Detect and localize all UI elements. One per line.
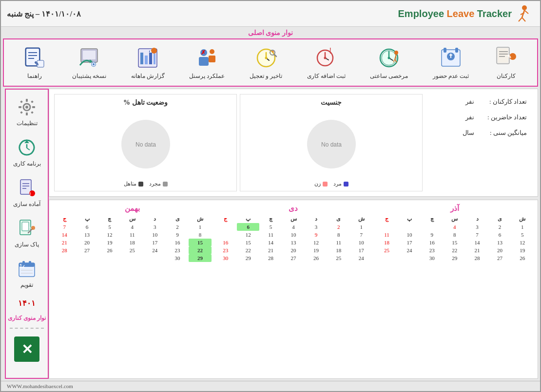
bahman-grid: ش ی د س چ پ ج 1 2 3 4 5 6 7	[53, 215, 212, 262]
performance-button[interactable]: ✗ عملکرد پرسنل	[185, 43, 229, 82]
svg-rect-43	[199, 57, 209, 66]
bahman-cell: 30	[166, 254, 189, 262]
azar-cell: 25	[375, 246, 398, 254]
azar-cell: 13	[488, 239, 511, 246]
bahman-cell	[144, 254, 166, 262]
dey-cell: 15	[237, 239, 259, 246]
marital-chart-panel: وضعیت تاهل % No data مجرد	[54, 94, 237, 191]
azar-cell: 27	[488, 254, 511, 262]
dey-cell: 10	[282, 231, 305, 239]
extra-work-label: ثبت اضافه کاری	[307, 73, 346, 80]
legend-single-dot	[163, 182, 168, 187]
dey-cell: 3	[305, 223, 327, 231]
svg-text:!: !	[329, 47, 331, 55]
calendar-row: آذر ش ی د س چ پ ج 1 2 3 4	[49, 200, 538, 379]
svg-text:✗: ✗	[201, 49, 206, 56]
dey-cell: 16	[214, 239, 237, 246]
svg-text:✎: ✎	[507, 54, 511, 59]
gender-chart-title: جنسیت	[321, 98, 342, 107]
dey-cell: 18	[328, 246, 350, 254]
present-count-row: تعداد حاضرین : نفر	[431, 113, 527, 121]
main-content: تعداد کارکنان : نفر تعداد حاضرین : نفر م…	[49, 89, 538, 379]
footer: WWW.mohandesibaexcel.com	[1, 381, 540, 391]
bahman-cell: 20	[76, 239, 98, 246]
svg-point-38	[265, 57, 267, 59]
schedule-label: برنامه کاری	[13, 160, 41, 168]
bahman-title: بهمن	[53, 204, 212, 213]
azar-cell: 14	[466, 239, 488, 246]
dey-cell: 9	[305, 231, 327, 239]
help-button[interactable]: ✎ راهنما	[18, 43, 51, 82]
azar-cell: 30	[421, 254, 443, 262]
main-window: Employee Leave Tracker ۱۴۰۱/۱۰/۰۸ – پنج …	[0, 0, 541, 392]
gender-chart-area: No data	[244, 111, 418, 178]
bahman-cell: 28	[53, 246, 76, 254]
hourly-button[interactable]: مرخصی ساعتی	[366, 43, 412, 82]
dey-cell: 17	[350, 246, 372, 254]
bahman-h5: چ	[98, 215, 121, 223]
backup-button[interactable]: نسخه پشتیبان	[68, 43, 110, 82]
schedule-icon	[16, 137, 38, 158]
legend-female-dot	[323, 182, 328, 187]
legend-married-dot	[138, 182, 143, 187]
azar-cell	[375, 254, 398, 262]
monthly-report-button[interactable]: ▲ گزارش ماهانه	[127, 43, 169, 82]
svg-text:✎: ✎	[34, 60, 39, 67]
extra-work-button[interactable]: ! ثبت اضافه کاری	[303, 43, 349, 82]
azar-cell: 3	[466, 223, 488, 231]
employee-count-label: تعداد کارکنان :	[478, 98, 527, 106]
avg-age-label: میانگین سنی :	[478, 129, 527, 137]
excel-button[interactable]: ✕	[14, 336, 39, 362]
bahman-cell: 19	[98, 239, 121, 246]
calendar-button[interactable]: 12 تقویم	[7, 255, 46, 292]
svg-rect-49	[145, 56, 148, 64]
svg-rect-55	[83, 51, 96, 59]
marital-chart-title: وضعیت تاهل %	[123, 98, 168, 107]
dey-cell: 13	[282, 239, 305, 246]
clean-button[interactable]: ✎ پاک سازی	[7, 215, 46, 251]
stats-charts-row: تعداد کارکنان : نفر تعداد حاضرین : نفر م…	[49, 89, 538, 197]
marital-chart-area: No data	[58, 111, 232, 178]
settings-button[interactable]: تنظیمات	[7, 93, 46, 130]
prepare-button[interactable]: ! آماده سازی	[7, 174, 46, 211]
employee-count-value: نفر	[465, 98, 474, 106]
svg-text:✎: ✎	[29, 226, 32, 230]
bahman-cell: 22	[189, 246, 211, 254]
bahman-cell: 15	[189, 239, 211, 246]
dey-grid: ش ی د س چ پ ج 1 2 3 4 5 6	[214, 215, 373, 262]
employees-icon: ✎	[494, 45, 519, 71]
monthly-report-label: گزارش ماهانه	[131, 73, 165, 80]
clean-label: پاک سازی	[15, 241, 39, 248]
dey-cell: 19	[305, 246, 327, 254]
bahman-cell: 4	[121, 223, 143, 231]
delay-button[interactable]: تاخیر و تعجیل	[246, 43, 286, 82]
settings-label: تنظیمات	[17, 120, 38, 127]
calendar-icon: 12	[16, 258, 38, 280]
azar-cell	[398, 223, 421, 231]
dey-h5: چ	[259, 215, 282, 223]
bahman-h2: ی	[166, 215, 189, 223]
legend-single-label: مجرد	[149, 181, 161, 187]
dey-cell: 28	[259, 254, 282, 262]
gender-pie-chart: No data	[302, 115, 361, 173]
azar-cell: 23	[421, 246, 443, 254]
bahman-cell: 2	[166, 223, 189, 231]
absence-button[interactable]: ثبت عدم حضور	[429, 43, 473, 82]
schedule-button[interactable]: برنامه کاری	[7, 134, 46, 170]
year-button[interactable]: ۱۴۰۱	[7, 296, 46, 311]
azar-h4: س	[443, 215, 465, 223]
hourly-label: مرخصی ساعتی	[370, 73, 408, 80]
dey-h4: س	[282, 215, 305, 223]
employees-button[interactable]: ✎ کارکنان	[490, 43, 523, 82]
svg-rect-75	[32, 106, 35, 108]
bahman-h1: ش	[189, 215, 211, 223]
legend-male-label: مرد	[333, 181, 342, 187]
svg-rect-72	[26, 99, 28, 102]
svg-text:No data: No data	[321, 141, 341, 148]
employee-count-row: تعداد کارکنان : نفر	[431, 98, 527, 106]
dey-cell: 14	[259, 239, 282, 246]
absence-icon	[438, 45, 464, 71]
bahman-h3: د	[144, 215, 166, 223]
dey-cell: 7	[350, 231, 372, 239]
azar-cell: 29	[443, 254, 465, 262]
